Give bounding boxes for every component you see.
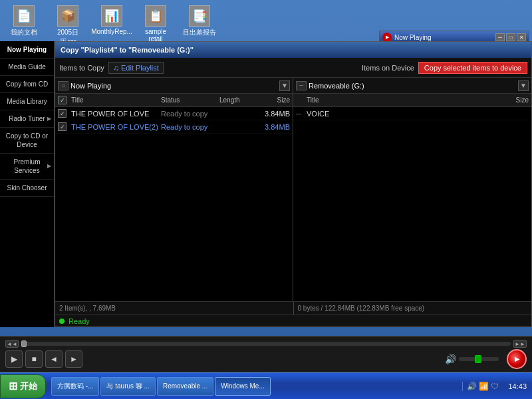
seek-thumb[interactable] xyxy=(21,340,27,347)
playlist-selector-text: Now Playing xyxy=(70,82,277,90)
premium-arrow: ▶ xyxy=(47,163,51,170)
sidebar-item-radio-tuner[interactable]: Radio Tuner ▶ xyxy=(0,110,54,128)
device-selector-icon: ─ xyxy=(296,81,307,90)
wmp-sidebar: Now Playing Media Guide Copy from CD Med… xyxy=(0,41,55,327)
sidebar-item-copy-to-cd[interactable]: Copy to CD or Device xyxy=(0,128,54,154)
wmp-mini-max-btn[interactable]: □ xyxy=(506,33,515,41)
row2-checkbox[interactable]: ✓ xyxy=(58,122,66,131)
taskbar: ⊞ 开始 方腾数码 -... 与 taurus 聊 ... Removeable… xyxy=(0,372,532,399)
playlist-dropdown-arrow[interactable]: ▼ xyxy=(279,80,290,91)
ready-status-row: Ready xyxy=(55,315,531,327)
select-all-checkbox[interactable]: ✓ xyxy=(58,96,66,104)
wmp-mini-close-btn[interactable]: ✕ xyxy=(517,33,526,41)
premium-label: Premium Services xyxy=(13,158,40,174)
sidebar-item-media-guide[interactable]: Media Guide xyxy=(0,59,54,76)
col-size-header: Size xyxy=(254,95,290,105)
table-row[interactable]: ─ VOICE xyxy=(293,107,531,120)
right-col-headers: Title Size xyxy=(293,94,531,107)
items-on-device-label: Items on Device xyxy=(362,64,414,72)
start-label: 开始 xyxy=(20,380,37,392)
edit-playlist-button[interactable]: ♫ Edit Playlist xyxy=(108,62,164,74)
wmp-mini-buttons: ─ □ ✕ xyxy=(495,33,526,41)
desktop-icon-sample[interactable]: 📋 sample retail xyxy=(137,5,174,47)
radio-tuner-arrow: ▶ xyxy=(47,115,51,122)
copy-dialog-title: Copy "Playlist4" to "Removeable (G:)" xyxy=(61,46,194,54)
desktop: 📄 我的文档 📦 2005日历.rar 📊 MonthlyRep... 📋 sa… xyxy=(0,0,532,399)
wmp-logo: ▶ xyxy=(507,349,527,369)
play-button[interactable]: ▶ xyxy=(5,350,23,368)
taskbar-item-taurus[interactable]: 与 taurus 聊 ... xyxy=(100,377,155,396)
stop-button[interactable]: ■ xyxy=(25,350,43,368)
start-button[interactable]: ⊞ 开始 xyxy=(0,374,46,398)
seek-row: ◄◄ ►► xyxy=(5,340,527,348)
sidebar-item-skin-chooser[interactable]: Skin Chooser xyxy=(0,180,54,197)
seek-fwd-button[interactable]: ►► xyxy=(513,340,527,348)
sidebar-item-copy-from-cd[interactable]: Copy from CD xyxy=(0,76,54,93)
row1-status: Ready to copy xyxy=(161,110,219,118)
monthly-label: MonthlyRep... xyxy=(91,28,132,35)
skin-chooser-label: Skin Chooser xyxy=(7,184,47,192)
sample-icon: 📋 xyxy=(145,5,166,27)
volume-icon: 🔊 xyxy=(445,354,456,364)
taskbar-item-wmp[interactable]: Windows Me... xyxy=(215,377,271,396)
sidebar-item-now-playing[interactable]: Now Playing xyxy=(0,41,54,59)
copy-selected-button[interactable]: Copy selected items to device xyxy=(418,62,527,74)
radio-tuner-label: Radio Tuner xyxy=(9,115,45,122)
row1-checkbox[interactable]: ✓ xyxy=(58,109,66,118)
row2-status: Ready to copy xyxy=(161,123,219,131)
seek-track[interactable] xyxy=(21,342,511,346)
desktop-icon-my-docs[interactable]: 📄 我的文档 xyxy=(5,5,43,47)
row2-check[interactable]: ✓ xyxy=(58,122,71,131)
playlist-icon: ♫ xyxy=(113,63,119,72)
col-length-header: Length xyxy=(219,95,254,105)
windows-logo: ⊞ xyxy=(9,380,17,392)
accounting-icon: 📑 xyxy=(189,5,210,27)
sample-label: sample retail xyxy=(137,28,174,43)
table-row[interactable]: ✓ THE POWER OF LOVE Ready to copy 3.84MB xyxy=(55,107,293,120)
left-panel: ♫ Now Playing ▼ ✓ Title Status Length Si… xyxy=(55,78,293,301)
accounting-label: 目出差报告 xyxy=(183,28,216,37)
playlist-selector-row: ♫ Now Playing ▼ xyxy=(55,78,293,94)
desktop-icon-accounting[interactable]: 📑 目出差报告 xyxy=(181,5,218,47)
col-r-size-header: Size xyxy=(475,95,529,105)
table-row[interactable]: ✓ THE POWER OF LOVE(2) Ready to copy 3.8… xyxy=(55,120,293,134)
copy-from-cd-label: Copy from CD xyxy=(6,80,48,88)
col-r-title-header: Title xyxy=(307,95,475,105)
wmp-mini-min-btn[interactable]: ─ xyxy=(495,33,505,41)
seek-back-button[interactable]: ◄◄ xyxy=(5,340,19,348)
taskbar-item-removeable[interactable]: Removeable ... xyxy=(157,377,213,396)
device-dropdown-arrow[interactable]: ▼ xyxy=(518,80,529,91)
desktop-icon-monthly[interactable]: 📊 MonthlyRep... xyxy=(93,5,130,47)
volume-thumb[interactable] xyxy=(475,355,481,363)
left-status-text: 2 Item(s), , 7.69MB xyxy=(55,302,294,315)
bottom-status-bar: 2 Item(s), , 7.69MB 0 bytes / 122.84MB (… xyxy=(55,301,531,315)
row1-check[interactable]: ✓ xyxy=(58,109,71,118)
clock: 14:43 xyxy=(503,382,532,390)
sidebar-item-premium[interactable]: Premium Services ▶ xyxy=(0,154,54,180)
monthly-icon: 📊 xyxy=(101,5,122,27)
sidebar-item-media-library[interactable]: Media Library xyxy=(0,93,54,110)
right-panel: ─ Removeable (G:) ▼ Title Size ─ VOICE xyxy=(293,78,531,301)
my-docs-icon: 📄 xyxy=(13,5,35,27)
volume-track[interactable] xyxy=(459,357,499,361)
expand-icon[interactable]: ─ xyxy=(296,110,307,118)
copy-dialog-titlebar: Copy "Playlist4" to "Removeable (G:)" xyxy=(55,42,531,58)
edit-playlist-label: Edit Playlist xyxy=(121,64,159,72)
prev-button[interactable]: ◄ xyxy=(45,350,63,368)
systray: 🔊 📶 🛡 xyxy=(462,382,503,391)
systray-icons: 🔊 📶 🛡 xyxy=(467,382,499,391)
taskbar-item-removeable-label: Removeable ... xyxy=(163,382,207,390)
my-docs-label: 我的文档 xyxy=(11,28,37,37)
copy-dialog: Copy "Playlist4" to "Removeable (G:)" It… xyxy=(55,41,532,327)
col-status-header: Status xyxy=(161,95,219,105)
desktop-icon-rar[interactable]: 📦 2005日历.rar xyxy=(49,5,86,47)
left-data-rows: ✓ THE POWER OF LOVE Ready to copy 3.84MB… xyxy=(55,107,293,301)
volume-section: 🔊 xyxy=(445,354,499,364)
playlist-selector-icon: ♫ xyxy=(58,81,68,90)
taskbar-item-fangteng[interactable]: 方腾数码 -... xyxy=(51,377,99,396)
player-controls-bar: ◄◄ ►► ▶ ■ ◄ ► 🔊 ▶ xyxy=(0,336,532,372)
playback-row: ▶ ■ ◄ ► 🔊 ▶ xyxy=(5,349,527,369)
device-selector-text: Removeable (G:) xyxy=(309,82,516,90)
next-button[interactable]: ► xyxy=(65,350,82,368)
ready-indicator xyxy=(59,319,65,324)
